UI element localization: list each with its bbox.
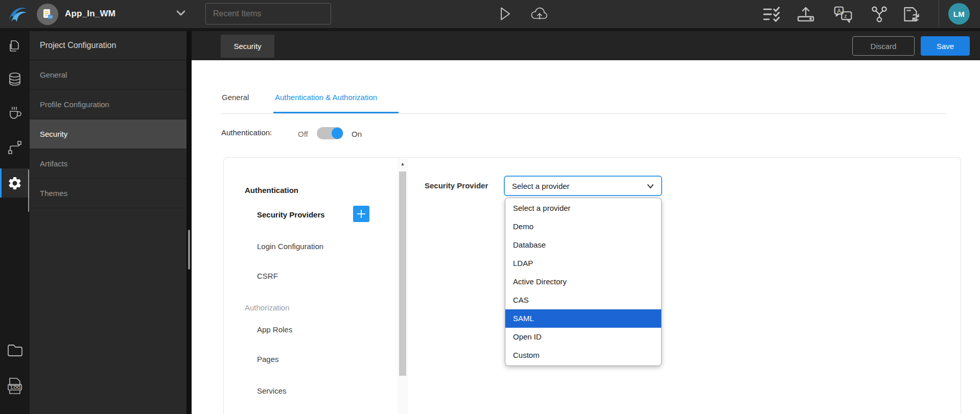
topbar-divider — [939, 0, 939, 28]
subnav-scrollbar-thumb[interactable] — [399, 172, 406, 376]
project-title: App_In_WM — [65, 9, 115, 19]
security-provider-label: Security Provider — [425, 181, 488, 190]
scrollbar-up-arrow[interactable]: ▲ — [398, 161, 408, 166]
add-provider-button[interactable] — [353, 206, 369, 222]
sidebar-item-security[interactable]: Security — [30, 119, 186, 149]
share-network-icon[interactable] — [870, 6, 889, 23]
rail-scrollbar-thumb[interactable] — [28, 169, 29, 212]
log-file-icon[interactable]: LOG — [0, 376, 30, 397]
pages-icon[interactable] — [0, 39, 30, 54]
provider-option-saml[interactable]: SAML — [505, 309, 661, 328]
doc-sync-icon[interactable] — [902, 6, 921, 23]
tab-general[interactable]: General — [222, 93, 249, 102]
page-header-bar: Security Discard Save — [192, 31, 980, 60]
project-config-sidebar: Project Configuration GeneralProfile Con… — [30, 31, 186, 414]
translate-chat-icon[interactable]: Az — [833, 6, 853, 23]
subnav-scrollbar[interactable]: ▲ — [398, 158, 408, 414]
provider-dropdown-menu: Select a providerDemoDatabaseLDAPActive … — [505, 198, 662, 366]
tabs-divider-line — [221, 113, 946, 114]
provider-option-database[interactable]: Database — [505, 236, 661, 254]
svg-text:z: z — [844, 13, 847, 19]
sidebar-item-artifacts[interactable]: Artifacts — [30, 149, 186, 179]
publish-export-icon[interactable] — [796, 6, 815, 23]
provider-option-select-a-provider[interactable]: Select a provider — [505, 199, 661, 217]
top-bar: App_In_WM Az LM — [0, 0, 980, 28]
authentication-toggle-label: Authentication: — [221, 128, 272, 137]
recent-items-input[interactable] — [205, 3, 331, 25]
page-title: Security — [221, 35, 274, 58]
discard-button[interactable]: Discard — [852, 36, 915, 56]
tab-authentication-authorization[interactable]: Authentication & Authorization — [275, 93, 377, 102]
java-services-icon[interactable] — [0, 104, 30, 121]
security-settings-card: AuthenticationSecurity ProvidersLogin Co… — [223, 157, 961, 414]
chevron-down-icon[interactable] — [176, 10, 186, 17]
provider-option-active-directory[interactable]: Active Directory — [505, 273, 661, 291]
provider-option-demo[interactable]: Demo — [505, 217, 661, 236]
toggle-knob — [332, 128, 343, 139]
database-icon[interactable] — [0, 71, 30, 87]
toggle-off-label: Off — [298, 130, 308, 138]
subnav-item-pages[interactable]: Pages — [257, 355, 279, 363]
provider-option-ldap[interactable]: LDAP — [505, 254, 661, 273]
subnav-item-security-providers[interactable]: Security Providers — [257, 210, 325, 219]
provider-option-custom[interactable]: Custom — [505, 346, 661, 364]
subnav-item-csrf[interactable]: CSRF — [257, 272, 278, 280]
select-chevron-down-icon — [646, 182, 655, 191]
select-current-value: Select a provider — [512, 182, 570, 190]
toggle-on-label: On — [352, 130, 362, 138]
wavemaker-logo-icon[interactable] — [5, 3, 29, 26]
subnav-item-login-configuration[interactable]: Login Configuration — [257, 242, 323, 251]
sidebar-header: Project Configuration — [30, 31, 186, 60]
api-connector-icon[interactable] — [0, 139, 30, 156]
divider-scrollbar-thumb[interactable] — [188, 230, 190, 270]
security-provider-select[interactable]: Select a provider — [504, 176, 662, 196]
sidebar-item-general[interactable]: General — [30, 60, 186, 90]
settings-gear-icon[interactable] — [0, 176, 30, 191]
subnav-header-authorization: Authorization — [245, 303, 290, 312]
subnav-header-authentication: Authentication — [245, 186, 298, 194]
svg-text:A: A — [837, 8, 841, 14]
provider-option-cas[interactable]: CAS — [505, 291, 661, 309]
run-play-icon[interactable] — [498, 6, 512, 22]
main-content: General Authentication & Authorization A… — [192, 60, 980, 414]
left-icon-rail: LOG — [0, 31, 30, 414]
user-avatar[interactable]: LM — [948, 3, 970, 25]
save-button[interactable]: Save — [921, 36, 970, 56]
provider-option-open-id[interactable]: Open ID — [505, 328, 661, 346]
sidebar-main-divider — [186, 31, 192, 414]
subnav-item-services[interactable]: Services — [257, 386, 287, 395]
folder-icon[interactable] — [0, 343, 30, 358]
authentication-toggle[interactable] — [317, 127, 343, 139]
subnav-item-app-roles[interactable]: App Roles — [257, 325, 292, 334]
project-avatar-icon[interactable] — [37, 4, 58, 25]
checklist-icon[interactable] — [762, 6, 783, 23]
deploy-cloud-upload-icon[interactable] — [530, 7, 549, 21]
sidebar-item-profile-configuration[interactable]: Profile Configuration — [30, 90, 186, 119]
sidebar-item-themes[interactable]: Themes — [30, 179, 186, 208]
svg-text:LOG: LOG — [11, 385, 21, 390]
